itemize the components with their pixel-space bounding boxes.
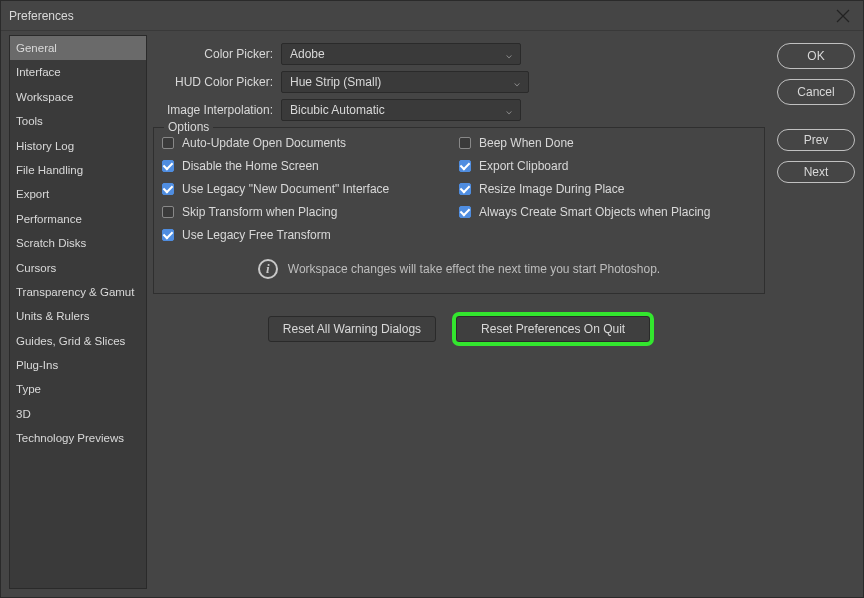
checkbox-disable-the-home-screen[interactable]: Disable the Home Screen <box>162 159 459 173</box>
sidebar-item-interface[interactable]: Interface <box>10 60 146 84</box>
checkbox-box <box>459 137 471 149</box>
sidebar-item-type[interactable]: Type <box>10 377 146 401</box>
reset-warnings-button[interactable]: Reset All Warning Dialogs <box>268 316 436 342</box>
color-picker-value: Adobe <box>290 47 325 61</box>
checkbox-box <box>162 183 174 195</box>
color-picker-dropdown[interactable]: Adobe ⌵ <box>281 43 521 65</box>
checkbox-label: Export Clipboard <box>479 159 568 173</box>
main-panel: Color Picker: Adobe ⌵ HUD Color Picker: … <box>147 35 771 589</box>
checkbox-label: Use Legacy "New Document" Interface <box>182 182 389 196</box>
sidebar-item-plug-ins[interactable]: Plug-Ins <box>10 353 146 377</box>
checkbox-box <box>162 229 174 241</box>
options-fieldset: Options Auto-Update Open DocumentsDisabl… <box>153 127 765 294</box>
checkbox-skip-transform-when-placing[interactable]: Skip Transform when Placing <box>162 205 459 219</box>
cancel-button[interactable]: Cancel <box>777 79 855 105</box>
checkbox-resize-image-during-place[interactable]: Resize Image During Place <box>459 182 756 196</box>
checkbox-label: Auto-Update Open Documents <box>182 136 346 150</box>
options-title: Options <box>164 120 213 134</box>
image-interpolation-value: Bicubic Automatic <box>290 103 385 117</box>
checkbox-always-create-smart-objects-when-placing[interactable]: Always Create Smart Objects when Placing <box>459 205 756 219</box>
sidebar-item-3d[interactable]: 3D <box>10 402 146 426</box>
checkbox-use-legacy-free-transform[interactable]: Use Legacy Free Transform <box>162 228 459 242</box>
checkbox-label: Disable the Home Screen <box>182 159 319 173</box>
checkbox-box <box>459 206 471 218</box>
sidebar-item-performance[interactable]: Performance <box>10 207 146 231</box>
sidebar: GeneralInterfaceWorkspaceToolsHistory Lo… <box>9 35 147 589</box>
sidebar-item-export[interactable]: Export <box>10 182 146 206</box>
close-button[interactable] <box>831 4 855 28</box>
checkbox-auto-update-open-documents[interactable]: Auto-Update Open Documents <box>162 136 459 150</box>
sidebar-item-technology-previews[interactable]: Technology Previews <box>10 426 146 450</box>
checkbox-box <box>162 206 174 218</box>
next-button[interactable]: Next <box>777 161 855 183</box>
sidebar-item-tools[interactable]: Tools <box>10 109 146 133</box>
checkbox-label: Beep When Done <box>479 136 574 150</box>
sidebar-item-general[interactable]: General <box>10 36 146 60</box>
chevron-down-icon: ⌵ <box>506 105 512 116</box>
checkbox-label: Always Create Smart Objects when Placing <box>479 205 710 219</box>
info-text: Workspace changes will take effect the n… <box>288 262 660 276</box>
sidebar-item-guides-grid-slices[interactable]: Guides, Grid & Slices <box>10 329 146 353</box>
sidebar-item-units-rulers[interactable]: Units & Rulers <box>10 304 146 328</box>
close-icon <box>836 9 850 23</box>
checkbox-label: Resize Image During Place <box>479 182 624 196</box>
checkbox-box <box>459 160 471 172</box>
hud-color-picker-label: HUD Color Picker: <box>153 75 281 89</box>
image-interpolation-label: Image Interpolation: <box>153 103 281 117</box>
chevron-down-icon: ⌵ <box>506 49 512 60</box>
ok-button[interactable]: OK <box>777 43 855 69</box>
hud-color-picker-dropdown[interactable]: Hue Strip (Small) ⌵ <box>281 71 529 93</box>
sidebar-item-workspace[interactable]: Workspace <box>10 85 146 109</box>
checkbox-beep-when-done[interactable]: Beep When Done <box>459 136 756 150</box>
hud-color-picker-value: Hue Strip (Small) <box>290 75 381 89</box>
checkbox-box <box>162 137 174 149</box>
checkbox-use-legacy-new-document-interface[interactable]: Use Legacy "New Document" Interface <box>162 182 459 196</box>
sidebar-item-cursors[interactable]: Cursors <box>10 256 146 280</box>
sidebar-item-history-log[interactable]: History Log <box>10 134 146 158</box>
prev-button[interactable]: Prev <box>777 129 855 151</box>
image-interpolation-dropdown[interactable]: Bicubic Automatic ⌵ <box>281 99 521 121</box>
checkbox-label: Skip Transform when Placing <box>182 205 337 219</box>
sidebar-item-file-handling[interactable]: File Handling <box>10 158 146 182</box>
window-title: Preferences <box>9 9 831 23</box>
reset-preferences-button[interactable]: Reset Preferences On Quit <box>456 316 650 342</box>
chevron-down-icon: ⌵ <box>514 77 520 88</box>
titlebar: Preferences <box>1 1 863 31</box>
action-buttons: OK Cancel Prev Next <box>777 35 855 589</box>
checkbox-export-clipboard[interactable]: Export Clipboard <box>459 159 756 173</box>
checkbox-label: Use Legacy Free Transform <box>182 228 331 242</box>
checkbox-box <box>459 183 471 195</box>
sidebar-item-scratch-disks[interactable]: Scratch Disks <box>10 231 146 255</box>
color-picker-label: Color Picker: <box>153 47 281 61</box>
checkbox-box <box>162 160 174 172</box>
sidebar-item-transparency-gamut[interactable]: Transparency & Gamut <box>10 280 146 304</box>
info-icon: i <box>258 259 278 279</box>
